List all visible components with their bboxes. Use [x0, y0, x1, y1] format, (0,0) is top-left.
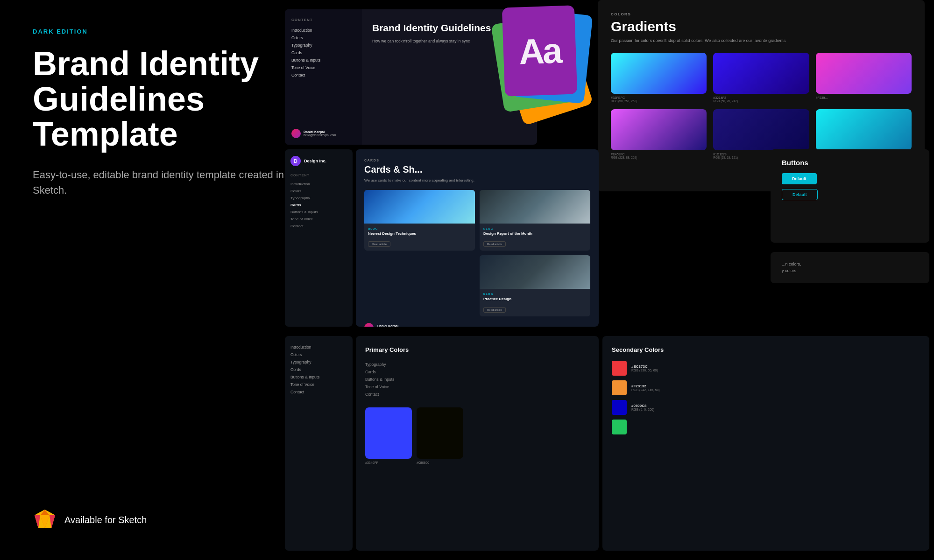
default-button-solid[interactable]: Default — [782, 173, 817, 184]
colors-nav-typography[interactable]: Typography — [365, 361, 589, 368]
sidebar-item-buttons[interactable]: Buttons & Inputs — [291, 56, 355, 64]
brand-subtitle: How we can rock'n'roll together and alwa… — [372, 38, 527, 44]
hero-main: DARK EDITION Brand Identity Guidelines T… — [33, 28, 304, 198]
cards-author: Daniel Korpai hello@danielkorpai.com — [364, 323, 590, 327]
swatch-red-info: #EC373C RGB (236, 55, 60) — [631, 364, 658, 372]
swatch-3-block — [816, 53, 912, 94]
sidebar-item-typography[interactable]: Typography — [291, 42, 355, 49]
swatch-1-sublabel: RGB (50, 251, 252) — [611, 99, 707, 103]
card-2-body: BLOG Design Report of the Month Read art… — [480, 224, 590, 251]
sketch-icon — [33, 508, 57, 532]
card-2-read-btn[interactable]: Read article — [483, 241, 506, 247]
cards-description: We use cards to make our content more ap… — [364, 178, 590, 183]
logo-icon: D — [290, 156, 301, 166]
card-3-read-btn[interactable]: Read article — [483, 307, 506, 313]
card-3-title: Practice Design — [483, 297, 587, 301]
swatch-4-block — [611, 109, 707, 150]
cards-title: Cards & Sh... — [364, 164, 590, 175]
secondary-row-4 — [612, 420, 920, 434]
toc-introduction[interactable]: Introduction — [290, 343, 347, 351]
swatch-green — [612, 420, 627, 434]
colors-nav-contact[interactable]: Contact — [365, 391, 589, 398]
author-name: Daniel Korpai — [304, 130, 336, 133]
brand-author: Daniel Korpai hello@danielkorpai.com — [291, 129, 336, 138]
toc-cards[interactable]: Cords — [290, 366, 347, 373]
secondary-row-1: #EC373C RGB (236, 55, 60) — [612, 361, 920, 376]
logo-area: D Design Inc. — [290, 156, 347, 166]
sidebar-item-colors[interactable]: Colors — [291, 34, 355, 42]
secondary-row-2: #F29132 RGB (242, 145, 50) — [612, 380, 920, 395]
nav-cards-active[interactable]: Cards — [290, 202, 347, 209]
cards-author-info: Daniel Korpai hello@danielkorpai.com — [377, 324, 410, 327]
logo-name: Design Inc. — [304, 159, 326, 163]
primary-colors-label: Primary Colors — [365, 346, 589, 353]
gradient-swatch-4: #E458FC RGB (228, 88, 252) — [611, 109, 707, 159]
gradients-title: Gradients — [611, 19, 912, 35]
brand-content: Brand Identity Guidelines How we can roc… — [362, 9, 537, 145]
nav-contact[interactable]: Contact — [290, 223, 347, 230]
swatch-4-sublabel: RGB (228, 88, 252) — [611, 156, 707, 159]
design-inc-panel: D Design Inc. Content Introduction Color… — [285, 149, 353, 327]
sidebar-item-cards[interactable]: Cards — [291, 49, 355, 56]
swatch-red-rgb: RGB (236, 55, 60) — [631, 369, 658, 372]
swatch-dark-label: #080800 — [417, 461, 463, 464]
colors-nav-buttons[interactable]: Buttons & Inputs — [365, 376, 589, 383]
swatch-2-label: #3214F2 — [713, 96, 809, 99]
default-button-outline[interactable]: Default — [782, 189, 818, 200]
swatch-indigo-hex: #0500C8 — [631, 404, 654, 408]
nav-typography[interactable]: Typography — [290, 195, 347, 202]
sidebar-content-label: Content — [291, 18, 355, 22]
swatch-red-hex: #EC373C — [631, 364, 658, 369]
hero-subtitle: Easy-to-use, editable brand identity tem… — [33, 167, 294, 198]
swatch-blue-info: #0500C8 RGB (5, 0, 200) — [631, 404, 654, 411]
toc-panel-bottom: Introduction Colors Typography Cords But… — [285, 336, 353, 551]
swatch-3-label: #F239... — [816, 96, 912, 99]
gradient-swatch-2: #3214F2 RGB (50, 20, 242) — [713, 53, 809, 103]
gradients-section-label: COLORS — [611, 12, 912, 16]
cards-author-avatar — [364, 323, 374, 327]
secondary-colors-label: Secondary Colors — [612, 346, 920, 353]
card-1-image — [364, 190, 475, 224]
swatch-orange — [612, 380, 627, 395]
brand-title: Brand Identity Guidelines — [372, 22, 527, 34]
card-1-read-btn[interactable]: Read article — [368, 241, 390, 247]
swatch-4-label: #E458FC — [611, 153, 707, 156]
nav-buttons[interactable]: Buttons & Inputs — [290, 209, 347, 216]
author-email: hello@danielkorpai.com — [304, 133, 336, 137]
cards-content-panel: CARDS Cards & Sh... We use cards to make… — [356, 149, 599, 327]
author-avatar — [291, 129, 301, 138]
blog-card-3: BLOG Practice Design Read article — [480, 255, 590, 316]
blog-cards-grid: BLOG Newest Design Techniques Read artic… — [364, 190, 590, 316]
gradient-swatch-1: #32FBFC RGB (50, 251, 252) — [611, 53, 707, 103]
toc-buttons[interactable]: Buttons & Inputs — [290, 373, 347, 381]
available-text: Available for Sketch — [64, 515, 147, 525]
sidebar-item-tone[interactable]: Tone of Voice — [291, 64, 355, 71]
gradient-description-extra: ...n colors,y colors — [771, 252, 929, 283]
swatch-orange-rgb: RGB (242, 145, 50) — [631, 388, 660, 392]
swatch-red — [612, 361, 627, 376]
toc-colors[interactable]: Colors — [290, 351, 347, 358]
sidebar-item-introduction[interactable]: Introduction — [291, 27, 355, 34]
swatch-dark-block — [417, 407, 463, 459]
hero-footer: Available for Sketch — [33, 508, 304, 532]
colors-nav-tone[interactable]: Tone of Voice — [365, 383, 589, 391]
swatch-indigo-rgb: RGB (5, 0, 200) — [631, 408, 654, 411]
brand-panel: Content Introduction Colors Typography C… — [285, 9, 537, 145]
buttons-label: Buttons — [782, 159, 918, 167]
nav-introduction[interactable]: Introduction — [290, 181, 347, 188]
primary-swatch-blue: #3340FF — [365, 407, 412, 464]
colors-nav-cards[interactable]: Cards — [365, 368, 589, 376]
toc-contact[interactable]: Contact — [290, 388, 347, 396]
sidebar-item-contact[interactable]: Contact — [291, 71, 355, 79]
toc-tone[interactable]: Tone of Voice — [290, 381, 347, 388]
primary-colors-panel: Primary Colors Typography Cards Buttons … — [356, 336, 599, 551]
blog-card-1: BLOG Newest Design Techniques Read artic… — [364, 190, 475, 251]
nav-tone[interactable]: Tone of Voice — [290, 216, 347, 223]
card-3-label: BLOG — [483, 293, 587, 295]
buttons-panel: Buttons Default Default — [771, 149, 929, 243]
swatch-orange-hex: #F29132 — [631, 384, 660, 388]
card-2-title: Design Report of the Month — [483, 231, 587, 236]
swatch-2-sublabel: RGB (50, 20, 242) — [713, 99, 809, 103]
nav-colors[interactable]: Colors — [290, 188, 347, 195]
toc-typography[interactable]: Typography — [290, 358, 347, 366]
